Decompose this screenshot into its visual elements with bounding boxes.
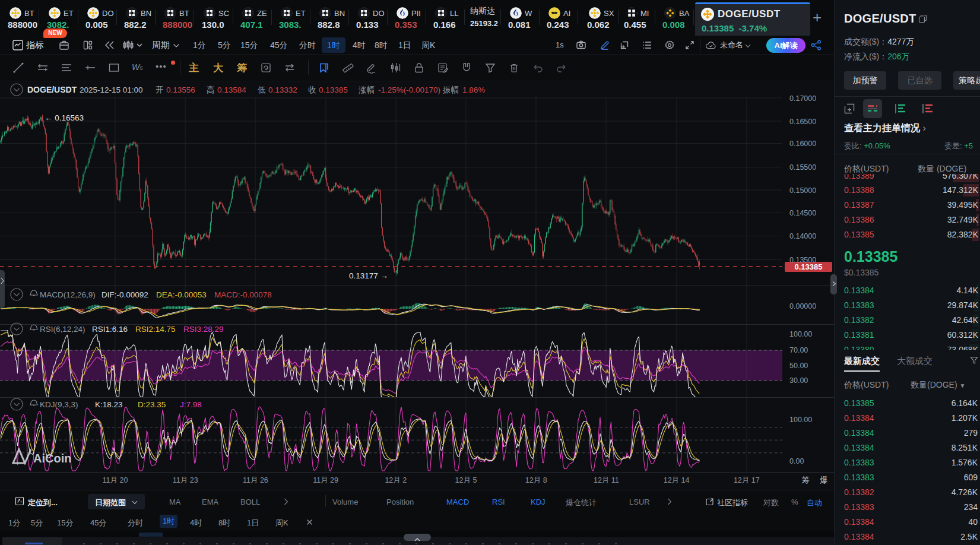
svg-text:爆: 爆 bbox=[820, 476, 828, 484]
svg-text:12月 8: 12月 8 bbox=[525, 476, 547, 484]
svg-text:100.00: 100.00 bbox=[789, 330, 812, 338]
svg-text:低: 低 bbox=[257, 85, 266, 94]
svg-text:RSI1:6.16: RSI1:6.16 bbox=[92, 325, 128, 334]
svg-text:高: 高 bbox=[207, 85, 215, 94]
svg-text:RSI(6,12,24): RSI(6,12,24) bbox=[40, 325, 85, 334]
svg-text:0.13584: 0.13584 bbox=[217, 85, 246, 94]
svg-text:50.00: 50.00 bbox=[789, 362, 808, 370]
svg-text:0.16500: 0.16500 bbox=[789, 118, 816, 126]
svg-text:0.16000: 0.16000 bbox=[789, 140, 816, 148]
svg-text:AiCoin: AiCoin bbox=[33, 452, 71, 465]
svg-text:0.14000: 0.14000 bbox=[789, 232, 816, 240]
svg-text:K:18.23: K:18.23 bbox=[95, 400, 123, 409]
svg-text:100.00: 100.00 bbox=[789, 416, 812, 424]
svg-text:← 0.16563: ← 0.16563 bbox=[45, 113, 84, 122]
svg-text:DOGE/USDT: DOGE/USDT bbox=[27, 85, 77, 94]
svg-text:11月 26: 11月 26 bbox=[243, 476, 268, 484]
svg-text:0.15000: 0.15000 bbox=[789, 186, 816, 195]
svg-text:30.00: 30.00 bbox=[789, 376, 808, 385]
svg-text:0.00: 0.00 bbox=[789, 457, 804, 465]
svg-text:MACD(12,26,9): MACD(12,26,9) bbox=[40, 290, 96, 299]
svg-text:MACD:-0.00078: MACD:-0.00078 bbox=[214, 290, 272, 299]
svg-text:筹: 筹 bbox=[802, 476, 810, 484]
svg-text:0.13385: 0.13385 bbox=[795, 262, 823, 271]
svg-text:DIF:-0.00092: DIF:-0.00092 bbox=[102, 290, 148, 299]
svg-text:0.13177 →: 0.13177 → bbox=[349, 271, 388, 280]
svg-text:RSI3:28.29: RSI3:28.29 bbox=[183, 325, 224, 334]
svg-text:0.13332: 0.13332 bbox=[268, 85, 297, 94]
svg-text:D:23.35: D:23.35 bbox=[138, 400, 166, 409]
svg-text:12月 14: 12月 14 bbox=[664, 476, 690, 484]
svg-text:70.00: 70.00 bbox=[789, 346, 808, 354]
svg-text:0.13385: 0.13385 bbox=[319, 85, 348, 94]
svg-text:1.86%: 1.86% bbox=[462, 85, 485, 94]
svg-text:11月 29: 11月 29 bbox=[313, 476, 338, 484]
svg-text:RSI2:14.75: RSI2:14.75 bbox=[135, 325, 176, 334]
svg-text:0.17000: 0.17000 bbox=[789, 94, 816, 103]
svg-text:11月 23: 11月 23 bbox=[173, 476, 198, 484]
svg-text:0.13556: 0.13556 bbox=[166, 85, 195, 94]
svg-text:0.14500: 0.14500 bbox=[789, 209, 816, 217]
svg-text:KDJ(9,3,3): KDJ(9,3,3) bbox=[40, 400, 78, 409]
svg-text:收: 收 bbox=[308, 85, 316, 94]
svg-text:J:7.98: J:7.98 bbox=[180, 400, 202, 409]
svg-text:12月 2: 12月 2 bbox=[385, 476, 407, 484]
svg-text:12月 11: 12月 11 bbox=[594, 476, 619, 484]
svg-text:涨幅: 涨幅 bbox=[359, 85, 375, 94]
svg-text:开: 开 bbox=[156, 85, 164, 94]
svg-text:DEA:-0.00053: DEA:-0.00053 bbox=[156, 290, 207, 299]
svg-text:-1.25%(-0.00170): -1.25%(-0.00170) bbox=[378, 85, 440, 94]
svg-text:振幅: 振幅 bbox=[442, 85, 459, 94]
svg-text:0.00000: 0.00000 bbox=[789, 302, 816, 310]
svg-text:12月 5: 12月 5 bbox=[455, 476, 477, 484]
svg-text:2025-12-15 01:00: 2025-12-15 01:00 bbox=[80, 85, 143, 94]
svg-text:0.15500: 0.15500 bbox=[789, 163, 816, 172]
svg-text:12月 17: 12月 17 bbox=[734, 476, 760, 484]
svg-text:11月 20: 11月 20 bbox=[103, 476, 128, 484]
